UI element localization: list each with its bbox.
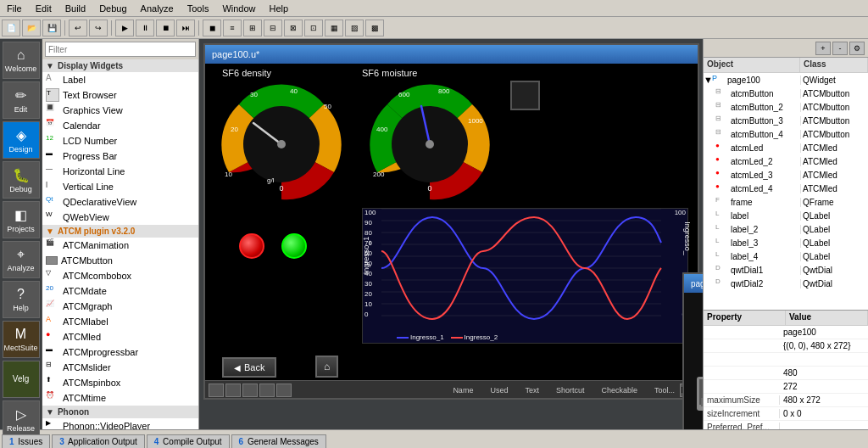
tree-row-qwtdial2[interactable]: D qwtDial2 QwtDial (704, 277, 868, 290)
tab-issues[interactable]: 1 Issues (2, 434, 50, 448)
toolbar-new[interactable]: 📄 (2, 20, 20, 36)
preview-back-button[interactable]: ◀ Back (222, 357, 276, 378)
widget-atcmgraph[interactable]: 📈 ATCMgraph (42, 299, 198, 314)
widget-atcmslider[interactable]: ⊟ ATCMslider (42, 360, 198, 375)
tree-row-atcmled2[interactable]: ● atcmLed_2 ATCMled (704, 154, 868, 168)
menu-window[interactable]: Window (215, 2, 262, 15)
toolbar-b13[interactable]: ▩ (365, 20, 384, 36)
widget-atcmled[interactable]: ● ATCMled (42, 329, 198, 344)
prop-row-height[interactable]: 272 (704, 380, 868, 394)
menu-edit[interactable]: Edit (29, 2, 58, 15)
prop-row-width[interactable]: 480 (704, 367, 868, 380)
menu-analyze[interactable]: Analyze (134, 2, 181, 15)
menu-tools[interactable]: Tools (181, 2, 216, 15)
rp-minus-btn[interactable]: - (832, 42, 848, 55)
toolbar-save[interactable]: 💾 (42, 20, 61, 36)
widget-calendar[interactable]: 📅 Calendar (42, 118, 198, 133)
preview-tb-btn2[interactable] (225, 384, 241, 397)
widget-graphics-view[interactable]: 🔳 Graphics View (42, 103, 198, 118)
rp-add-btn[interactable]: + (815, 42, 831, 55)
gauge-button-tl[interactable] (510, 81, 540, 110)
prop-row-sizeincrement[interactable]: sizeIncrement 0 x 0 (704, 407, 868, 421)
widget-atcmlabel[interactable]: A ATCMlabel (42, 314, 198, 329)
menu-file[interactable]: File (0, 2, 29, 15)
widget-atcmcombobox[interactable]: ▽ ATCMcombobox (42, 268, 198, 283)
tree-row-atcmbutton3[interactable]: ⊟ atcmButton_3 ATCMbutton (704, 114, 868, 127)
led-red[interactable] (239, 233, 264, 259)
tree-row-atcmled4[interactable]: ● atcmLed_4 ATCMled (704, 182, 868, 195)
widget-label[interactable]: A Label (42, 72, 198, 87)
widget-atcmdate[interactable]: 20 ATCMdate (42, 283, 198, 299)
tree-row-label3[interactable]: L label_3 QLabel (704, 236, 868, 249)
toolbar-b11[interactable]: ▦ (325, 20, 343, 36)
tree-row-atcmled[interactable]: ● atcmLed ATCMled (704, 141, 868, 154)
widget-vertical-line[interactable]: | Vertical Line (42, 179, 198, 194)
toolbar-b3[interactable]: ⏹ (156, 20, 175, 36)
widget-atcmbutton[interactable]: ATCMbutton (42, 253, 198, 268)
toolbar-b12[interactable]: ▨ (345, 20, 364, 36)
tab-general-messages[interactable]: 6 General Messages (231, 434, 326, 448)
toolbar-b9[interactable]: ⊠ (284, 20, 303, 36)
menu-debug[interactable]: Debug (92, 2, 133, 15)
widget-atcmprogressbar[interactable]: ▬ ATCMprogressbar (42, 344, 198, 360)
tool-debug[interactable]: 🐛 Debug (3, 161, 40, 199)
tree-row-atcmled3[interactable]: ● atcmLed_3 ATCMled (704, 168, 868, 182)
toolbar-undo[interactable]: ↩ (69, 20, 87, 36)
tree-row-label2[interactable]: L label_2 QLabel (704, 222, 868, 236)
rp-settings-btn[interactable]: ⚙ (849, 42, 865, 55)
toolbar-b10[interactable]: ⊡ (304, 20, 323, 36)
tool-help[interactable]: ? Help (3, 281, 40, 318)
tool-design[interactable]: ◈ Design (3, 121, 40, 159)
tool-mectsuite[interactable]: M MectSuite (3, 321, 40, 358)
preview-tb-btn5[interactable] (276, 384, 292, 397)
prop-row-geometry[interactable]: {(0, 0), 480 x 272} (704, 339, 868, 353)
section-display-widgets[interactable]: ▼ Display Widgets (42, 59, 198, 72)
tool-analyze[interactable]: ⌖ Analyze (3, 241, 40, 278)
toolbar-b1[interactable]: ▶ (115, 20, 134, 36)
toolbar-b8[interactable]: ⊟ (264, 20, 282, 36)
preview-window[interactable]: page100.u* SF6 density SF6 moisture (203, 43, 699, 400)
tree-row-label[interactable]: L label QLabel (704, 209, 868, 222)
tool-welcome[interactable]: ⌂ Welcome (3, 42, 40, 79)
widget-horizontal-line[interactable]: — Horizontal Line (42, 164, 198, 179)
widget-video-player[interactable]: ▶ Phonon::VideoPlayer (42, 418, 198, 429)
toolbar-b2[interactable]: ⏸ (136, 20, 154, 36)
widget-qdeclarative[interactable]: Qt QDeclarativeView (42, 194, 198, 210)
preview-tb-btn4[interactable] (259, 384, 275, 397)
widget-atcmspinbox[interactable]: ⬆ ATCMspinbox (42, 375, 198, 390)
toolbar-b7[interactable]: ⊞ (243, 20, 262, 36)
menu-build[interactable]: Build (58, 2, 92, 15)
widget-qwebview[interactable]: W QWebView (42, 210, 198, 225)
prop-row-title[interactable]: page100 (704, 326, 868, 339)
widget-text-browser[interactable]: T Text Browser (42, 87, 198, 103)
led-green[interactable] (281, 233, 307, 259)
tree-row-qwtdial1[interactable]: D qwtDial1 QwtDial (704, 263, 868, 277)
tool-projects[interactable]: ◧ Projects (3, 201, 40, 238)
toolbar-b5[interactable]: ◼ (203, 20, 221, 36)
tree-row-atcmbutton[interactable]: ⊟ atcmButton ATCMbutton (704, 87, 868, 100)
preview-tb-btn3[interactable] (242, 384, 258, 397)
toolbar-open[interactable]: 📂 (22, 20, 41, 36)
tree-row-page100[interactable]: ▼ P page100 QWidget (704, 73, 868, 87)
menu-help[interactable]: Help (263, 2, 296, 15)
tab-app-output[interactable]: 3 Application Output (52, 434, 145, 448)
section-atcm[interactable]: ▼ ATCM plugin v3.2.0 (42, 225, 198, 238)
tool-release[interactable]: ▷ Release (3, 400, 40, 438)
widget-lcd-number[interactable]: 12 LCD Number (42, 133, 198, 148)
tool-edit[interactable]: ✏ Edit (3, 81, 40, 119)
toolbar-b6[interactable]: ≡ (223, 20, 242, 36)
tree-row-atcmbutton4[interactable]: ⊟ atcmButton_4 ATCMbutton (704, 127, 868, 141)
tab-compile-output[interactable]: 4 Compile Output (147, 434, 230, 448)
widget-atcmtime[interactable]: ⏰ ATCMtime (42, 390, 198, 406)
toolbar-redo[interactable]: ↪ (89, 20, 108, 36)
tree-row-frame[interactable]: F frame QFrame (704, 195, 868, 209)
widget-atcmanimation[interactable]: 🎬 ATCManimation (42, 238, 198, 253)
sidebar-filter-input[interactable] (45, 42, 196, 57)
widget-progress-bar[interactable]: ▬ Progress Bar (42, 148, 198, 164)
tree-row-label4[interactable]: L label_4 QLabel (704, 249, 868, 263)
prop-row-preferred[interactable]: Preferred, Pref... (704, 421, 868, 429)
tree-row-atcmbutton2[interactable]: ⊟ atcmButton_2 ATCMbutton (704, 100, 868, 114)
preview-tb-btn1[interactable] (209, 384, 224, 397)
prop-row-maxsize[interactable]: maximumSize 480 x 272 (704, 394, 868, 407)
tool-velg[interactable]: Velg (3, 361, 40, 398)
